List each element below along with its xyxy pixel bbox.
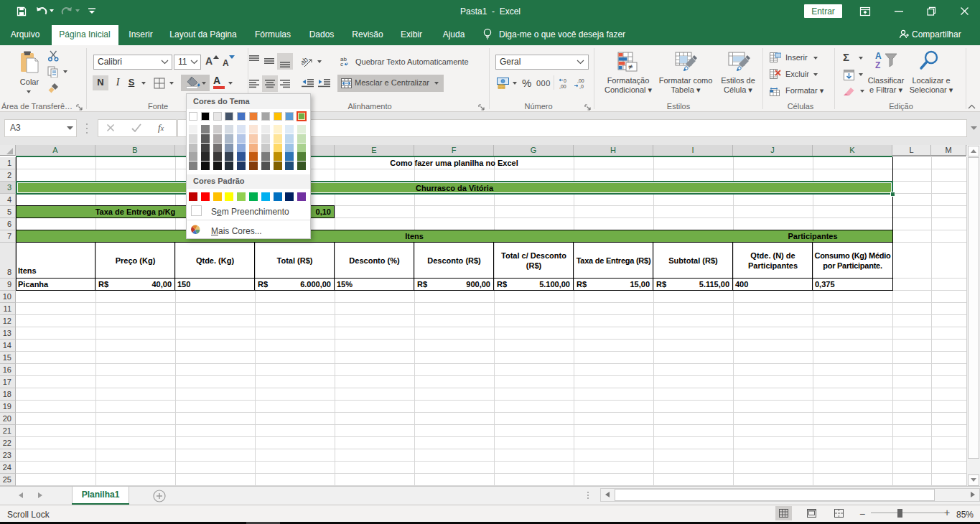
svg-text:≠: ≠ (628, 62, 633, 71)
svg-text:,00: ,00 (577, 78, 584, 83)
svg-text:c: c (340, 61, 343, 66)
svg-text:,0: ,0 (579, 84, 584, 89)
svg-text:Z: Z (875, 60, 880, 70)
svg-text:A: A (875, 51, 882, 61)
svg-text:0: 0 (564, 78, 566, 83)
svg-text:ab: ab (302, 56, 309, 67)
svg-text:,00: ,00 (559, 84, 566, 89)
